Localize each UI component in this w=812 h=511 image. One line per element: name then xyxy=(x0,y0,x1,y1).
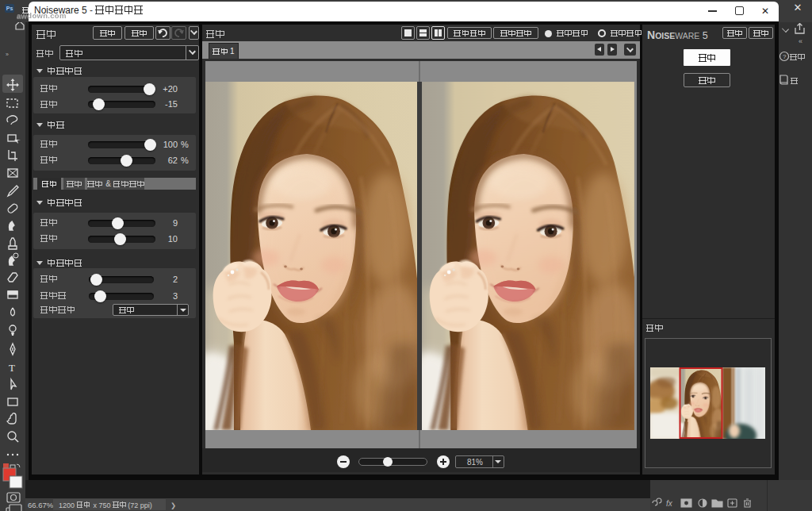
svg-text:fx: fx xyxy=(666,499,673,508)
svg-text:?: ? xyxy=(783,53,787,60)
svg-text:»: » xyxy=(6,52,9,57)
svg-text:T: T xyxy=(9,362,15,374)
